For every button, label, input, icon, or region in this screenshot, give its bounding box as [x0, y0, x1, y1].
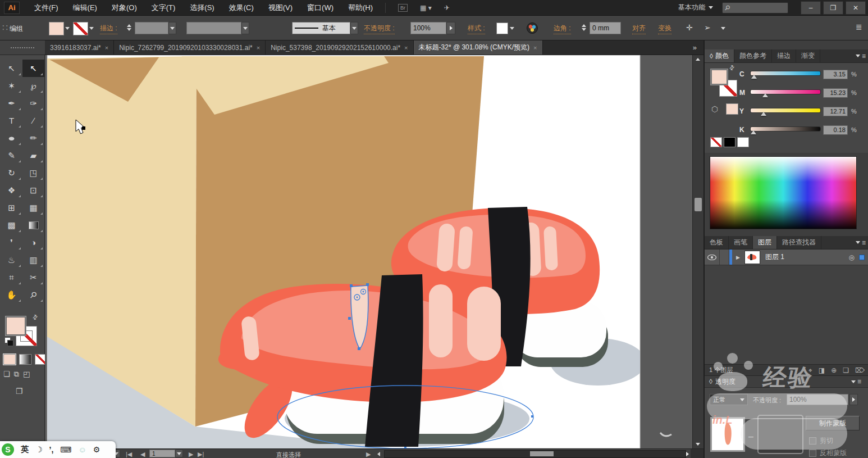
brush-definition-field[interactable]: 基本 — [292, 22, 350, 34]
tab-color-guide[interactable]: 颜色参考 — [734, 49, 772, 62]
draw-normal-icon[interactable]: ❏ — [3, 370, 10, 379]
hand-tool[interactable]: ✋ — [1, 286, 22, 303]
make-mask-button[interactable]: 制作蒙版 — [806, 416, 860, 430]
make-clipping-mask-icon[interactable]: ◨ — [819, 366, 825, 374]
ime-moon-icon[interactable]: ☽ — [35, 445, 43, 454]
toolbar-header[interactable] — [0, 40, 45, 55]
line-segment-tool[interactable]: ∕ — [22, 112, 44, 129]
delete-layer-icon[interactable]: ⌦ — [855, 366, 865, 374]
layer-thumbnail[interactable] — [744, 251, 760, 264]
mesh-tool[interactable]: ▩ — [1, 216, 22, 234]
menu-edit[interactable]: 编辑(E) — [73, 3, 97, 13]
tab-close-icon[interactable]: × — [404, 44, 408, 51]
black-slider[interactable] — [750, 124, 820, 135]
column-graph-tool[interactable]: ▥ — [22, 251, 44, 269]
fill-color-swatch[interactable] — [49, 22, 64, 35]
default-swatches-icon[interactable] — [7, 340, 13, 346]
panel-menu-icon[interactable]: ≡ — [856, 49, 868, 62]
shape-builder-tool[interactable]: ⊞ — [1, 199, 22, 216]
width-profile-field[interactable] — [186, 22, 241, 34]
menu-window[interactable]: 窗口(W) — [307, 3, 334, 13]
lock-toggle[interactable] — [720, 250, 729, 265]
menu-help[interactable]: 帮助(H) — [348, 3, 373, 13]
corner-field[interactable]: 0 mm — [590, 22, 621, 34]
share-icon[interactable]: ✈ — [444, 4, 450, 12]
selection-indicator[interactable] — [859, 255, 865, 260]
blend-tool[interactable]: ◑ — [22, 234, 44, 251]
tab-layers[interactable]: 图层 — [753, 236, 777, 249]
slider-thumb[interactable] — [762, 93, 768, 97]
workspace-switcher[interactable]: 基本功能 — [678, 3, 713, 12]
layer-row[interactable]: ▶ 图层 1 ◎ — [705, 250, 868, 265]
pencil-tool[interactable]: ✎ — [1, 147, 22, 164]
tab-overflow-icon[interactable]: » — [686, 40, 703, 55]
isolate-selection-icon[interactable]: ✛ — [686, 23, 693, 32]
free-transform-tool[interactable]: ⊡ — [22, 182, 44, 199]
draw-inside-icon[interactable]: ◰ — [23, 370, 30, 379]
scroll-right-icon[interactable] — [686, 452, 689, 456]
anchor-point[interactable] — [358, 347, 360, 350]
stroke-weight-field[interactable] — [135, 22, 168, 34]
swap-fill-stroke-icon[interactable]: ⇄ — [728, 64, 737, 72]
document-tab[interactable]: Nipic_537398_20190929202152610000.ai*× — [266, 40, 413, 55]
expand-arrow-icon[interactable]: ▶ — [736, 255, 740, 260]
new-layer-icon[interactable]: ❏ — [843, 366, 849, 374]
type-tool[interactable]: T — [1, 112, 22, 129]
close-button[interactable]: ✕ — [846, 1, 866, 15]
slider-thumb[interactable] — [751, 130, 756, 134]
menu-select[interactable]: 选择(S) — [190, 3, 214, 13]
status-expand-icon[interactable]: ▶ — [366, 451, 371, 458]
style-swatch[interactable] — [496, 22, 508, 34]
fill-proxy-swatch[interactable] — [710, 69, 728, 85]
tab-gradient[interactable]: 渐变 — [796, 49, 820, 62]
document-tab[interactable]: Nipic_7262799_20190920103330028031.ai*× — [114, 40, 266, 55]
target-icon[interactable]: ◎ — [849, 253, 855, 261]
search-input[interactable]: ⚲ — [722, 2, 788, 13]
layer-name[interactable]: 图层 1 — [765, 252, 784, 262]
stroke-weight-label[interactable]: 描边 : — [100, 24, 117, 34]
opacity-field[interactable]: 100% — [787, 394, 848, 405]
cyan-slider[interactable] — [750, 69, 820, 80]
minimize-button[interactable]: – — [801, 1, 821, 15]
eraser-tool[interactable]: ▰ — [22, 147, 44, 164]
anchor-point[interactable] — [366, 283, 369, 286]
zoom-tool[interactable]: ⚲ — [22, 286, 44, 303]
new-sublayer-icon[interactable]: ⊕ — [831, 366, 837, 374]
visibility-toggle[interactable] — [705, 250, 720, 265]
width-profile-dropdown[interactable] — [241, 22, 249, 34]
slider-thumb[interactable] — [761, 112, 766, 116]
canvas-area[interactable] — [45, 55, 692, 448]
horizontal-scroll-thumb[interactable] — [530, 451, 554, 456]
tab-close-icon[interactable]: × — [257, 44, 260, 51]
vertical-scroll-thumb[interactable] — [695, 198, 702, 211]
corner-label[interactable]: 边角 : — [554, 24, 571, 34]
invert-mask-checkbox[interactable] — [809, 450, 816, 457]
tab-brushes[interactable]: 画笔 — [729, 236, 753, 249]
eyedropper-tool[interactable]: ❜ — [1, 234, 22, 251]
panel-menu-icon[interactable]: ≡ — [856, 236, 868, 249]
slider-thumb[interactable] — [751, 75, 757, 79]
document-tab[interactable]: 33916183037.ai*× — [45, 40, 114, 55]
next-artboard-button[interactable]: ▶ — [189, 451, 193, 458]
last-artboard-button[interactable]: ▶| — [198, 451, 204, 458]
vertical-scrollbar[interactable] — [692, 55, 703, 448]
scroll-down-icon[interactable] — [696, 443, 700, 446]
opacity-arrow-button[interactable] — [849, 394, 858, 405]
stroke-dropdown-icon[interactable] — [89, 27, 94, 30]
locate-object-icon[interactable]: ⌖ — [808, 366, 812, 374]
dock-toggle-icon[interactable]: ≣ — [856, 22, 862, 31]
horizontal-scrollbar[interactable] — [384, 450, 686, 458]
object-thumbnail[interactable] — [710, 417, 745, 452]
symbol-sprayer-tool[interactable]: ♨ — [1, 251, 22, 269]
transparency-header[interactable]: ◊ 透明度 ≡ — [705, 375, 868, 388]
anchor-point[interactable] — [531, 415, 533, 418]
gradient-button[interactable] — [19, 354, 31, 365]
tab-color[interactable]: ◊颜色 — [705, 49, 734, 62]
fill-dropdown-icon[interactable] — [65, 27, 70, 30]
document-tab-active[interactable]: 未标题-32* @ 301.08% (CMYK/预览)× — [414, 40, 543, 55]
arrange-documents-icon[interactable]: ▦ ▾ — [420, 4, 432, 12]
pen-tool[interactable]: ✒ — [1, 94, 22, 112]
curvature-tool[interactable]: ✑ — [22, 94, 44, 112]
artboard-dropdown[interactable] — [175, 450, 183, 457]
swap-fill-stroke-icon[interactable]: ⇄ — [31, 313, 40, 322]
